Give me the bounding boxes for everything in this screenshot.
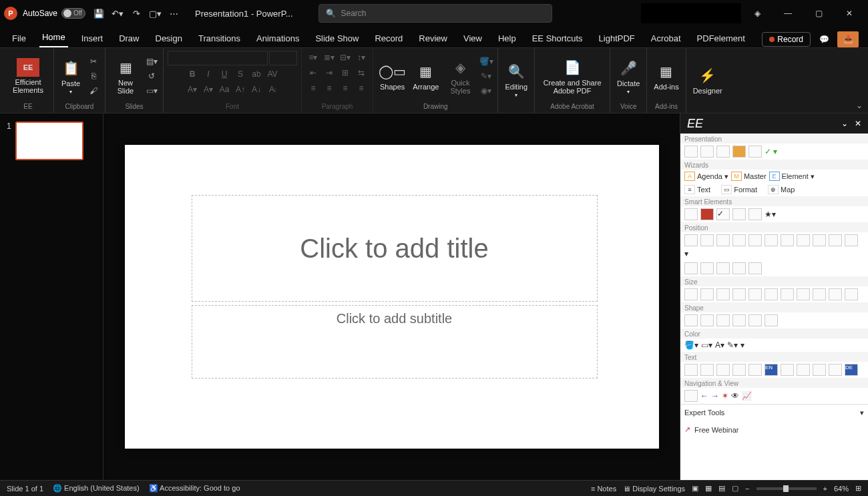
tab-pdfelement[interactable]: PDFelement xyxy=(694,29,748,47)
dictate-button[interactable]: 🎤Dictate▾ xyxy=(614,57,642,96)
share-button[interactable]: 📤 xyxy=(837,31,859,47)
ee-btn[interactable] xyxy=(748,288,762,300)
new-slide-button[interactable]: ▦New Slide xyxy=(110,56,142,96)
fit-to-window-icon[interactable]: ⊞ xyxy=(855,484,861,493)
font-size-input[interactable] xyxy=(269,51,297,65)
more-icon[interactable]: ▾ xyxy=(740,340,744,350)
ee-btn[interactable]: EN xyxy=(765,364,778,376)
ee-master-button[interactable]: MMaster xyxy=(731,172,767,181)
ee-btn[interactable] xyxy=(684,234,698,246)
ee-btn[interactable] xyxy=(700,208,714,220)
tab-ee-shortcuts[interactable]: EE Shortcuts xyxy=(529,29,586,47)
eye-icon[interactable]: 👁 xyxy=(731,391,739,401)
underline-icon[interactable]: U xyxy=(217,67,232,81)
tab-transitions[interactable]: Transitions xyxy=(196,29,243,47)
ee-btn[interactable] xyxy=(700,234,714,246)
reset-icon[interactable]: ↺ xyxy=(144,69,159,83)
spacing-icon[interactable]: AV xyxy=(265,67,280,81)
ee-btn[interactable] xyxy=(765,234,778,246)
ee-btn[interactable] xyxy=(829,364,842,376)
ee-btn[interactable] xyxy=(716,262,730,274)
ee-btn[interactable] xyxy=(700,364,714,376)
close-button[interactable]: ✕ xyxy=(835,3,864,24)
ee-agenda-button[interactable]: AAgenda▾ xyxy=(684,172,728,181)
text-direction-icon[interactable]: ⊞ xyxy=(338,66,353,79)
align-left-icon[interactable]: ≡ xyxy=(306,81,320,95)
ee-btn[interactable] xyxy=(748,314,762,326)
pin-icon[interactable]: ✶ xyxy=(722,391,728,401)
ee-btn[interactable] xyxy=(781,234,794,246)
title-placeholder[interactable]: Click to add title xyxy=(192,195,598,302)
ee-btn[interactable] xyxy=(684,288,698,300)
tab-file[interactable]: File xyxy=(9,29,29,47)
tab-help[interactable]: Help xyxy=(495,29,519,47)
collapse-ribbon-icon[interactable]: ⌄ xyxy=(856,101,863,110)
arrow-left-icon[interactable]: ← xyxy=(700,391,708,401)
ee-btn[interactable] xyxy=(781,288,794,300)
zoom-slider[interactable] xyxy=(756,487,817,490)
star-icon[interactable]: ★▾ xyxy=(765,210,776,219)
ee-btn[interactable] xyxy=(813,288,826,300)
ee-btn[interactable] xyxy=(684,364,698,376)
undo-icon[interactable]: ↶▾ xyxy=(110,5,126,21)
normal-view-icon[interactable]: ▣ xyxy=(692,484,698,493)
layout-icon[interactable]: ▤▾ xyxy=(144,55,159,68)
tab-record[interactable]: Record xyxy=(372,29,405,47)
tab-home[interactable]: Home xyxy=(39,28,68,47)
ee-btn[interactable] xyxy=(765,288,778,300)
ee-btn[interactable] xyxy=(732,262,746,274)
qat-more-icon[interactable]: ⋯ xyxy=(166,5,182,21)
ee-btn[interactable] xyxy=(700,314,714,326)
adobe-pdf-button[interactable]: 📄Create and Share Adobe PDF xyxy=(539,56,606,96)
numbering-icon[interactable]: ≣▾ xyxy=(322,51,337,64)
ee-btn[interactable] xyxy=(684,262,698,274)
ee-btn[interactable] xyxy=(732,364,746,376)
ee-btn[interactable] xyxy=(684,146,698,158)
ee-btn[interactable]: DE xyxy=(845,364,858,376)
notes-button[interactable]: ≡ Notes xyxy=(591,485,616,493)
ee-btn[interactable] xyxy=(845,234,858,246)
ee-btn[interactable] xyxy=(700,288,714,300)
present-icon[interactable]: ▢▾ xyxy=(147,5,163,21)
ee-btn[interactable] xyxy=(716,364,730,376)
align-center-icon[interactable]: ≡ xyxy=(322,81,337,95)
zoom-in-button[interactable]: + xyxy=(823,485,827,493)
ee-btn[interactable] xyxy=(684,314,698,326)
bold-icon[interactable]: B xyxy=(185,67,200,81)
cut-icon[interactable]: ✂ xyxy=(86,55,101,68)
shadow-icon[interactable]: ab xyxy=(249,67,264,81)
ee-btn[interactable] xyxy=(748,262,762,274)
paste-button[interactable]: 📋Paste▾ xyxy=(58,57,83,96)
shapes-button[interactable]: ◯▭Shapes xyxy=(377,60,407,92)
redo-icon[interactable]: ↷ xyxy=(128,5,144,21)
ee-btn[interactable] xyxy=(700,262,714,274)
italic-icon[interactable]: I xyxy=(201,67,216,81)
shape-fill-icon[interactable]: 🪣▾ xyxy=(479,55,493,68)
ee-btn[interactable] xyxy=(732,234,746,246)
reading-view-icon[interactable]: ▤ xyxy=(718,484,725,493)
ee-btn[interactable] xyxy=(813,364,826,376)
ee-btn[interactable] xyxy=(716,314,730,326)
ee-collapse-icon[interactable]: ⌄ xyxy=(841,119,848,128)
tab-review[interactable]: Review xyxy=(416,29,450,47)
display-settings-button[interactable]: 🖥 Display Settings xyxy=(623,485,685,493)
ee-btn[interactable] xyxy=(829,234,842,246)
decrease-indent-icon[interactable]: ⇤ xyxy=(306,66,320,79)
tab-insert[interactable]: Insert xyxy=(79,29,106,47)
designer-button[interactable]: ⚡Designer xyxy=(690,64,725,96)
fill-icon[interactable]: 🪣▾ xyxy=(684,340,698,350)
ee-btn[interactable] xyxy=(781,364,794,376)
shrink-font-icon[interactable]: A↓ xyxy=(249,83,264,96)
change-case-icon[interactable]: Aa xyxy=(217,83,232,96)
diamond-icon[interactable]: ◈ xyxy=(742,3,772,24)
tab-draw[interactable]: Draw xyxy=(116,29,142,47)
ee-btn[interactable] xyxy=(732,314,746,326)
tab-lightpdf[interactable]: LightPDF xyxy=(596,29,638,47)
addins-button[interactable]: ▦Add-ins xyxy=(651,60,681,92)
ee-element-button[interactable]: EElement▾ xyxy=(769,172,815,181)
ee-btn[interactable] xyxy=(748,234,762,246)
ee-btn[interactable] xyxy=(684,390,698,402)
ee-btn[interactable] xyxy=(748,146,762,158)
check-icon[interactable]: ✓ ▾ xyxy=(765,147,777,156)
tab-acrobat[interactable]: Acrobat xyxy=(648,29,684,47)
